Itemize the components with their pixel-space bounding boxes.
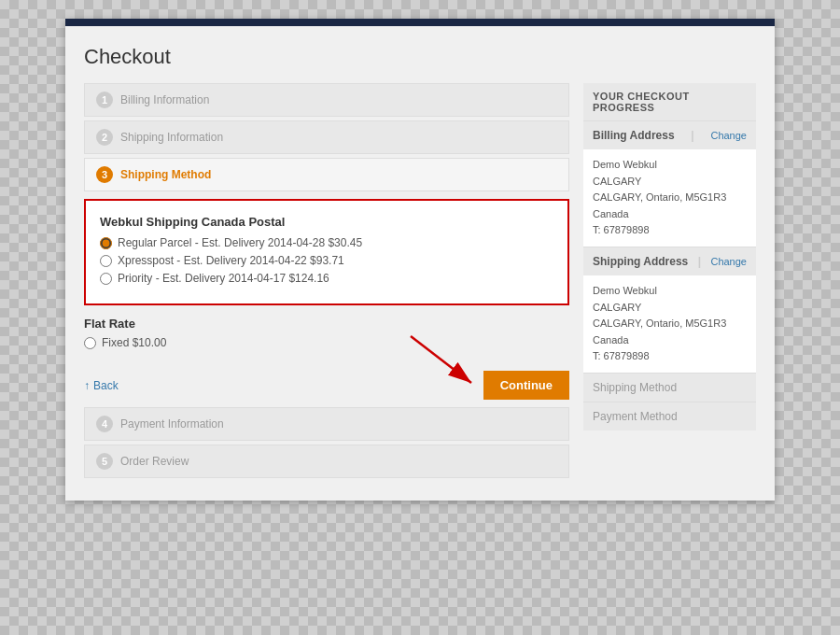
page-title: Checkout bbox=[84, 45, 756, 69]
page-content: Checkout 1 Billing Information 2 Shippin… bbox=[65, 26, 775, 501]
progress-payment-method-label: Payment Method bbox=[593, 410, 678, 423]
progress-shipping-method-label: Shipping Method bbox=[593, 381, 677, 394]
shipping-method-box: Webkul Shipping Canada Postal Regular Pa… bbox=[84, 199, 569, 305]
progress-panel-title: YOUR CHECKOUT PROGRESS bbox=[583, 83, 756, 120]
progress-shipping-method: Shipping Method bbox=[583, 373, 756, 402]
step-4[interactable]: 4 Payment Information bbox=[84, 407, 569, 441]
shipping-address-section: Shipping Address | Change Demo Webkul CA… bbox=[583, 247, 756, 373]
continue-button[interactable]: Continue bbox=[483, 371, 569, 400]
step-1-label: Billing Information bbox=[120, 93, 209, 106]
shipping-address-header: Shipping Address | Change bbox=[583, 247, 756, 275]
step-2-number: 2 bbox=[96, 129, 113, 146]
shipping-provider-title: Webkul Shipping Canada Postal bbox=[100, 215, 553, 229]
shipping-change-link[interactable]: Change bbox=[710, 256, 747, 267]
left-column: 1 Billing Information 2 Shipping Informa… bbox=[84, 83, 569, 482]
progress-panel: YOUR CHECKOUT PROGRESS Billing Address |… bbox=[583, 83, 756, 430]
step-2-label: Shipping Information bbox=[120, 131, 223, 144]
step-3[interactable]: 3 Shipping Method bbox=[84, 158, 569, 191]
step-5-number: 5 bbox=[96, 453, 113, 470]
billing-address-section: Billing Address | Change Demo Webkul CAL… bbox=[583, 120, 756, 247]
shipping-line-3: CALGARY, Ontario, M5G1R3 bbox=[593, 316, 747, 332]
back-link[interactable]: Back bbox=[84, 379, 119, 392]
billing-address-content: Demo Webkul CALGARY CALGARY, Ontario, M5… bbox=[583, 149, 756, 247]
shipping-option-3-label: Priority - Est. Delivery 2014-04-17 $124… bbox=[118, 272, 329, 285]
shipping-radio-1[interactable] bbox=[100, 237, 112, 249]
step-3-number: 3 bbox=[96, 166, 113, 183]
step-5[interactable]: 5 Order Review bbox=[84, 444, 569, 478]
flat-rate-title: Flat Rate bbox=[84, 317, 569, 331]
top-bar bbox=[65, 19, 775, 26]
shipping-option-2-label: Xpresspost - Est. Delivery 2014-04-22 $9… bbox=[118, 254, 344, 267]
shipping-line-5: T: 67879898 bbox=[593, 348, 747, 365]
shipping-option-2[interactable]: Xpresspost - Est. Delivery 2014-04-22 $9… bbox=[100, 254, 553, 267]
shipping-option-1[interactable]: Regular Parcel - Est. Delivery 2014-04-2… bbox=[100, 236, 553, 249]
back-label: Back bbox=[93, 379, 119, 392]
shipping-line-1: Demo Webkul bbox=[593, 283, 747, 300]
billing-address-title: Billing Address bbox=[593, 129, 675, 142]
step-5-label: Order Review bbox=[120, 455, 189, 468]
action-row: Back Continue bbox=[84, 363, 569, 407]
flat-rate-label: Fixed $10.00 bbox=[102, 336, 166, 349]
flat-rate-radio[interactable] bbox=[84, 337, 96, 349]
shipping-radio-3[interactable] bbox=[100, 273, 112, 285]
shipping-line-2: CALGARY bbox=[593, 300, 747, 317]
shipping-line-4: Canada bbox=[593, 332, 747, 349]
step-2[interactable]: 2 Shipping Information bbox=[84, 120, 569, 154]
main-layout: 1 Billing Information 2 Shipping Informa… bbox=[84, 83, 756, 482]
step-3-label: Shipping Method bbox=[120, 168, 211, 181]
shipping-address-content: Demo Webkul CALGARY CALGARY, Ontario, M5… bbox=[583, 275, 756, 373]
shipping-option-1-label: Regular Parcel - Est. Delivery 2014-04-2… bbox=[118, 236, 362, 249]
billing-line-1: Demo Webkul bbox=[593, 157, 747, 174]
billing-line-4: Canada bbox=[593, 206, 747, 223]
step-1[interactable]: 1 Billing Information bbox=[84, 83, 569, 117]
step-1-number: 1 bbox=[96, 92, 113, 108]
browser-window: Checkout 1 Billing Information 2 Shippin… bbox=[65, 19, 775, 501]
billing-line-5: T: 67879898 bbox=[593, 222, 747, 239]
billing-line-3: CALGARY, Ontario, M5G1R3 bbox=[593, 190, 747, 206]
billing-pipe: | bbox=[691, 129, 693, 142]
step-4-number: 4 bbox=[96, 416, 113, 432]
shipping-address-title: Shipping Address bbox=[593, 255, 688, 268]
progress-payment-method: Payment Method bbox=[583, 402, 756, 430]
right-column: YOUR CHECKOUT PROGRESS Billing Address |… bbox=[583, 83, 756, 482]
shipping-radio-2[interactable] bbox=[100, 255, 112, 267]
billing-line-2: CALGARY bbox=[593, 174, 747, 190]
shipping-option-3[interactable]: Priority - Est. Delivery 2014-04-17 $124… bbox=[100, 272, 553, 285]
shipping-pipe: | bbox=[698, 255, 701, 268]
flat-rate-option[interactable]: Fixed $10.00 bbox=[84, 336, 569, 349]
billing-address-header: Billing Address | Change bbox=[583, 121, 756, 149]
flat-rate-section: Flat Rate Fixed $10.00 bbox=[84, 317, 569, 349]
billing-change-link[interactable]: Change bbox=[710, 130, 747, 141]
step-4-label: Payment Information bbox=[120, 417, 224, 430]
